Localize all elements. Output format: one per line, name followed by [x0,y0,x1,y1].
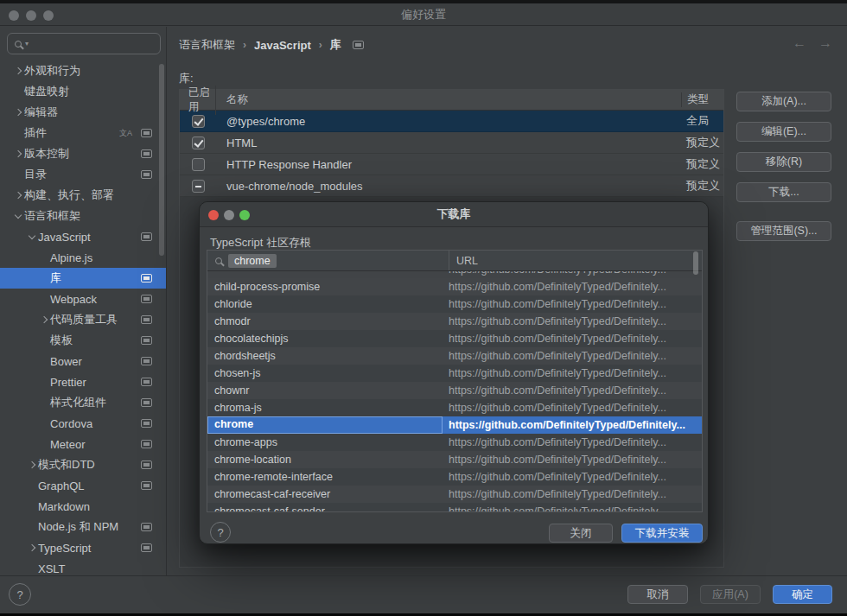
stubs-rows: child-process-promisehttps://github.com/… [207,278,702,512]
table-row[interactable]: HTML 预定义 [180,132,723,154]
sidebar-item-javascript[interactable]: JavaScript [0,226,166,247]
sidebar-item-directories[interactable]: 目录 [0,164,166,185]
chevron-right-icon[interactable] [15,150,22,157]
add-button[interactable]: 添加(A)... [736,92,831,111]
sidebar-item-typescript[interactable]: TypeScript [0,537,166,558]
breadcrumb-javascript[interactable]: JavaScript [254,39,311,52]
cancel-button[interactable]: 取消 [627,585,688,604]
download-button[interactable]: 下载... [736,182,831,202]
chevron-right-icon[interactable] [15,67,22,74]
translate-icon: 文A [119,128,132,139]
sidebar-item-editor[interactable]: 编辑器 [0,102,166,123]
stub-row[interactable]: child-process-promisehttps://github.com/… [207,278,702,295]
manage-scopes-button[interactable]: 管理范围(S)... [736,221,831,241]
sidebar-item-schemas-dtd[interactable]: 模式和DTD [0,454,166,475]
chevron-down-icon[interactable] [29,232,35,238]
sidebar-item-cordova[interactable]: Cordova [0,413,166,434]
stubs-scrollbar[interactable] [693,251,698,275]
sidebar-item-keymap[interactable]: 键盘映射 [0,81,166,102]
breadcrumb-languages[interactable]: 语言和框架 [179,37,235,53]
stub-row[interactable]: chromecast-caf-senderhttps://github.com/… [207,503,702,512]
remove-button[interactable]: 移除(R) [736,152,831,172]
stubs-table: chrome URL https://github.com/Definitely… [207,250,703,512]
ok-button[interactable]: 确定 [773,585,832,604]
stub-row[interactable]: chrome-locationhttps://github.com/Defini… [207,451,702,468]
download-and-install-button[interactable]: 下载并安装 [621,524,703,543]
sidebar-item-appearance[interactable]: 外观和行为 [0,60,166,81]
window-minimize-icon[interactable] [26,10,36,21]
screen-icon [141,295,152,303]
column-type[interactable]: 类型 [681,92,723,107]
sidebar-item-bower[interactable]: Bower [0,351,166,372]
help-button[interactable]: ? [210,522,231,543]
sidebar-item-languages[interactable]: 语言和框架 [0,206,166,226]
settings-tree: 外观和行为 键盘映射 编辑器 插件文A 版本控制 目录 构建、执行、部署 语言和… [0,60,166,579]
sidebar-item-templates[interactable]: 模板 [0,330,166,351]
stub-row[interactable]: chocolatechipjshttps://github.com/Defini… [207,330,702,347]
sidebar-item-nodejs-npm[interactable]: Node.js 和 NPM [0,517,166,537]
screen-icon [141,170,152,179]
sidebar-item-libraries[interactable]: 库 [0,268,166,289]
chevron-right-icon[interactable] [15,192,22,199]
table-row[interactable]: vue-chrome/node_modules 预定义 [180,175,723,197]
checkbox-checked[interactable] [192,115,205,128]
sidebar-item-version-control[interactable]: 版本控制 [0,143,166,164]
chevron-right-icon[interactable] [41,316,48,323]
sidebar-item-markdown[interactable]: Markdown [0,496,166,517]
screen-icon [353,41,364,49]
window-close-icon[interactable] [9,10,19,21]
table-row[interactable]: HTTP Response Handler 预定义 [180,154,723,175]
name-filter-cell[interactable]: chrome [207,251,449,270]
libraries-label: 库: [179,71,194,86]
stub-row[interactable]: chromecast-caf-receiverhttps://github.co… [207,486,702,503]
chevron-right-icon[interactable] [29,461,35,468]
filter-text: chrome [228,254,277,268]
checkbox-checked[interactable] [192,137,205,149]
sidebar-item-alpinejs[interactable]: Alpine.js [0,247,166,268]
screen-icon [141,357,152,365]
sidebar-scrollbar[interactable] [159,64,164,256]
stub-row[interactable]: chownrhttps://github.com/DefinitelyTyped… [207,382,702,399]
search-options-caret-icon[interactable]: ▾ [25,40,29,48]
table-row[interactable]: @types/chrome 全局 [180,111,723,132]
dialog-zoom-icon[interactable] [239,210,250,220]
sidebar-item-code-quality[interactable]: 代码质量工具 [0,309,166,330]
sidebar-item-webpack[interactable]: Webpack [0,289,166,309]
stub-row-selected[interactable]: chromehttps://github.com/DefinitelyTyped… [207,416,702,434]
back-arrow-icon[interactable]: ← [793,35,806,51]
window-title: 偏好设置 [0,3,847,25]
sidebar-item-styled-components[interactable]: 样式化组件 [0,392,166,413]
stub-row[interactable]: chrome-appshttps://github.com/Definitely… [207,434,702,451]
stub-row[interactable]: chrome-remote-interfacehttps://github.co… [207,468,702,486]
settings-search-input[interactable]: ▾ [7,33,161,54]
chevron-right-icon[interactable] [15,109,22,116]
sidebar-item-prettier[interactable]: Prettier [0,372,166,392]
sidebar-item-graphql[interactable]: GraphQL [0,475,166,496]
apply-button[interactable]: 应用(A) [700,585,761,604]
stub-row[interactable]: chmodrhttps://github.com/DefinitelyTyped… [207,313,702,330]
clipped-row: https://github.com/DefinitelyTyped/Defin… [207,271,702,278]
close-button[interactable]: 关闭 [549,524,613,543]
screen-icon [141,419,152,428]
dialog-close-icon[interactable] [208,210,219,220]
screen-icon [141,232,152,241]
stub-row[interactable]: chosen-jshttps://github.com/DefinitelyTy… [207,365,702,382]
edit-button[interactable]: 编辑(E)... [736,122,831,142]
help-button[interactable]: ? [9,583,31,606]
checkbox-unchecked[interactable] [192,158,205,171]
stub-row[interactable]: chordsheetjshttps://github.com/Definitel… [207,347,702,365]
screen-icon [141,336,152,345]
column-url[interactable]: URL [449,255,478,267]
checkbox-indeterminate[interactable] [192,180,205,193]
sidebar-item-meteor[interactable]: Meteor [0,434,166,454]
stub-row[interactable]: chloridehttps://github.com/DefinitelyTyp… [207,295,702,313]
chevron-down-icon[interactable] [15,211,22,218]
column-name[interactable]: 名称 [216,92,681,107]
stub-row[interactable]: chroma-jshttps://github.com/DefinitelyTy… [207,399,702,416]
column-enabled[interactable]: 已启用 [180,86,216,115]
sidebar-item-plugins[interactable]: 插件文A [0,123,166,143]
chevron-right-icon[interactable] [29,544,35,551]
window-zoom-icon[interactable] [43,10,54,21]
forward-arrow-icon[interactable]: → [818,35,832,51]
sidebar-item-build[interactable]: 构建、执行、部署 [0,185,166,206]
